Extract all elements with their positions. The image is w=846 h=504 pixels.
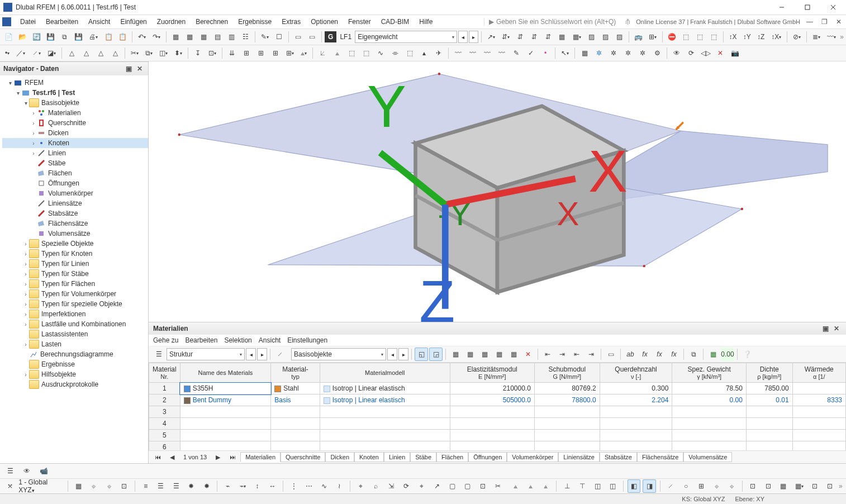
del-icon[interactable]: ✕ — [714, 46, 727, 60]
menu-berechnen[interactable]: Berechnen — [191, 16, 232, 27]
extr-icon[interactable]: ⬍▾ — [172, 46, 185, 60]
sb-l5[interactable]: ⌖ — [415, 479, 428, 493]
pager-last[interactable]: ⏭ — [226, 450, 239, 464]
sb-k1[interactable]: ⋮ — [287, 479, 300, 493]
refresh-icon[interactable]: 🔄 — [30, 30, 43, 44]
mirror-icon[interactable]: ◁▷ — [699, 46, 712, 60]
node-tool-icon[interactable]: •▾ — [2, 46, 12, 60]
tab-dicken[interactable]: Dicken — [325, 452, 354, 462]
menu-bearbeiten[interactable]: Bearbeiten — [41, 16, 83, 27]
tree-item[interactable]: ›Hilfsobjekte — [2, 369, 148, 379]
tree-item[interactable]: ›Imperfektionen — [2, 309, 148, 319]
tree-item[interactable]: ›Typen für Flächen — [2, 279, 148, 289]
menu-datei[interactable]: Datei — [16, 16, 40, 27]
tab-volumenkörper[interactable]: Volumenkörper — [507, 452, 558, 462]
search-hint[interactable]: ▶ Geben Sie ein Schlüsselwort ein (Alt+Q… — [484, 18, 620, 26]
table-icon[interactable]: ☷ — [239, 30, 252, 44]
sb-u4[interactable]: ▦▾ — [792, 479, 806, 493]
print-icon[interactable]: 🖨▾ — [86, 30, 101, 44]
struct-icon[interactable]: ⊞▾ — [646, 30, 659, 44]
plane2-icon[interactable]: ▨ — [599, 30, 612, 44]
tree-item[interactable]: Ausdruckprotokolle — [2, 379, 148, 389]
panel-c4[interactable]: ▦ — [492, 348, 506, 361]
support3-icon[interactable]: △ — [94, 46, 107, 60]
mark-icon[interactable]: ✎▾ — [258, 30, 272, 44]
open-icon[interactable]: 📂 — [16, 30, 29, 44]
ax2-icon[interactable]: ⇵ — [514, 30, 526, 44]
pager-next[interactable]: ▶ — [211, 450, 225, 464]
tree-item[interactable]: ›Dicken — [2, 128, 148, 138]
menu-cad-bim[interactable]: CAD-BIM — [377, 16, 414, 27]
tab-knoten[interactable]: Knoten — [354, 452, 384, 462]
mesh4-icon[interactable]: ✲ — [621, 46, 635, 60]
g6-icon[interactable]: ✓ — [524, 46, 538, 60]
sb-l8[interactable]: ▢ — [461, 479, 474, 493]
menu-ansicht[interactable]: Ansicht — [84, 16, 115, 27]
mdi-close-icon[interactable]: ✕ — [834, 17, 844, 27]
support2-icon[interactable]: △ — [79, 46, 93, 60]
status-cam-icon[interactable]: 📹 — [37, 464, 50, 478]
axisy-icon[interactable]: ↕Y — [740, 30, 753, 44]
tree-item[interactable]: ›Materialien — [2, 108, 148, 118]
menu-hilfe[interactable]: Hilfe — [415, 16, 437, 27]
redo-icon[interactable]: ↷▾ — [150, 30, 163, 44]
g2-icon[interactable]: 〰 — [466, 46, 479, 60]
panel-c2[interactable]: ▦ — [463, 348, 477, 361]
grid3-icon[interactable]: ▦ — [197, 30, 210, 44]
menu-einfügen[interactable]: Einfügen — [116, 16, 151, 27]
cube3-icon[interactable]: ⬚ — [707, 30, 720, 44]
lf-next[interactable]: ▸ — [469, 31, 478, 43]
mesh6-icon[interactable]: ⚙ — [650, 46, 664, 60]
save2-icon[interactable]: 💾 — [72, 30, 85, 44]
tab-flächensätze[interactable]: Flächensätze — [637, 452, 683, 462]
ax1-icon[interactable]: ⇵▾ — [499, 30, 512, 44]
navigator-tree[interactable]: ▾RFEM▾Test.rf6 | Test▾Basisobjekte›Mater… — [0, 75, 148, 463]
eye-icon[interactable]: 👁 — [670, 46, 683, 60]
void-icon[interactable]: ⊘▾ — [790, 30, 804, 44]
sb-l9[interactable]: ⊡ — [476, 479, 489, 493]
close-button[interactable] — [820, 0, 846, 15]
panel-num[interactable]: 0.00 — [721, 348, 734, 361]
surface-tool-icon[interactable]: ◪▾ — [45, 46, 59, 60]
pager-prev[interactable]: ◀ — [165, 450, 179, 464]
d3-icon[interactable]: ⊞ — [254, 46, 268, 60]
tab-öffnungen[interactable]: Öffnungen — [468, 452, 507, 462]
menu-fenster[interactable]: Fenster — [344, 16, 376, 27]
sb-i9[interactable]: ✸ — [200, 479, 213, 493]
tab-materialien[interactable]: Materialien — [240, 452, 281, 462]
sb-r4[interactable]: ⊥ — [560, 479, 573, 493]
sb-k3[interactable]: ∿ — [318, 479, 331, 493]
sb-l10[interactable]: ✂ — [491, 479, 504, 493]
loadcase-dropdown[interactable]: Eigengewicht▾ — [355, 31, 457, 43]
sb-j2[interactable]: ⌁▾ — [237, 479, 249, 493]
panel-fx2[interactable]: fx — [653, 348, 666, 361]
rot-icon[interactable]: ⟳ — [685, 46, 698, 60]
cube2-icon[interactable]: ⬚ — [693, 30, 706, 44]
m1-icon[interactable]: ↧ — [191, 46, 205, 60]
panel-menu-bearbeiten[interactable]: Bearbeiten — [185, 336, 217, 344]
panel-next[interactable]: ▸ — [257, 348, 267, 360]
d1-icon[interactable]: ⇊ — [225, 46, 239, 60]
tree-item[interactable]: ›Querschnitte — [2, 118, 148, 128]
sb-k4[interactable]: ≀ — [333, 479, 346, 493]
f4-icon[interactable]: ⬚ — [359, 46, 373, 60]
save-icon[interactable]: 💾 — [44, 30, 57, 44]
sb-u2[interactable]: ⊡ — [762, 479, 774, 493]
panel-e1[interactable]: ▭ — [604, 348, 617, 361]
panel-prev[interactable]: ◂ — [246, 348, 256, 360]
sb-u6[interactable]: ⊡ — [824, 479, 837, 493]
axisz-icon[interactable]: ↕Z — [754, 30, 767, 44]
sb-j4[interactable]: ↔ — [266, 479, 279, 493]
d2-icon[interactable]: ⊞ — [240, 46, 253, 60]
panel-close-icon[interactable]: ✕ — [831, 324, 842, 334]
tree-item[interactable]: ▾Basisobjekte — [2, 98, 148, 108]
panel-fmt-ab[interactable]: ab — [624, 348, 637, 361]
tab-volumensätze[interactable]: Volumensätze — [683, 452, 732, 462]
panel-c5[interactable]: ▦ — [507, 348, 520, 361]
materials-table[interactable]: MaterialNr.Name des MaterialsMaterial-ty… — [149, 363, 846, 450]
tree-item[interactable]: ▾RFEM — [2, 78, 148, 88]
tree-item[interactable]: ›Typen für Linien — [2, 259, 148, 269]
panel-category-dropdown[interactable]: Struktur▾ — [167, 348, 245, 360]
sb-r6[interactable]: ◫ — [591, 479, 604, 493]
grid2-icon[interactable]: ▦ — [183, 30, 196, 44]
